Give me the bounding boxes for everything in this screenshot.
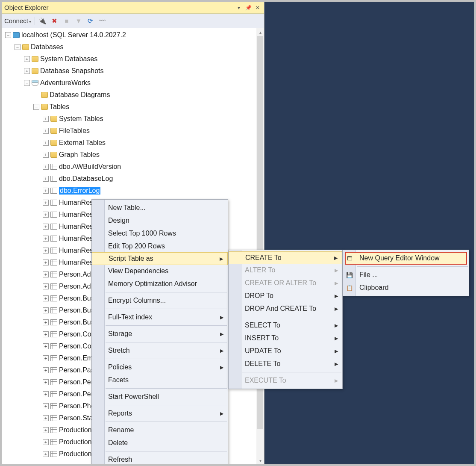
- activity-icon[interactable]: 〰: [98, 17, 107, 25]
- chevron-right-icon: ▶: [220, 256, 223, 262]
- tree-node-systables[interactable]: +System Tables: [2, 113, 264, 125]
- tree-node-label: HumanRes: [59, 247, 93, 254]
- table-icon: [50, 391, 57, 397]
- menu-item-label: Reports: [108, 410, 132, 417]
- context-menu-table: New Table...DesignSelect Top 1000 RowsEd…: [91, 199, 228, 466]
- menu-item-label: Policies: [108, 363, 132, 371]
- menu-item-delete[interactable]: Delete: [92, 437, 228, 449]
- scroll-up-icon[interactable]: ▴: [256, 28, 264, 36]
- menu-item-fulltext[interactable]: Full-Text index▶: [92, 311, 228, 324]
- menu-item-viewdep[interactable]: View Dependencies: [92, 265, 228, 277]
- table-icon: [50, 248, 57, 254]
- tree-node-table[interactable]: +dbo.AWBuildVersion: [2, 161, 264, 173]
- tree-node-sysdb[interactable]: +System Databases: [2, 53, 264, 65]
- menu-item-refresh[interactable]: Refresh: [92, 453, 228, 466]
- menu-item-newtable[interactable]: New Table...: [92, 201, 228, 214]
- menu-item-memopt[interactable]: Memory Optimization Advisor: [92, 277, 228, 290]
- menu-item-dropcreate[interactable]: DROP And CREATE To▶: [229, 302, 342, 315]
- menu-item-label: Stretch: [108, 347, 130, 354]
- table-icon: [50, 343, 57, 349]
- chevron-right-icon: ▶: [335, 268, 338, 273]
- menu-item-label: SELECT To: [245, 321, 280, 329]
- table-icon: [50, 224, 57, 230]
- tree-node-filetables[interactable]: +FileTables: [2, 125, 264, 137]
- table-icon: [50, 307, 57, 313]
- menu-item-select[interactable]: SELECT To▶: [229, 319, 342, 332]
- close-icon[interactable]: ✕: [254, 4, 262, 12]
- menu-item-drop[interactable]: DROP To▶: [229, 289, 342, 302]
- database-icon: [32, 80, 38, 86]
- menu-item-script[interactable]: Script Table as▶: [92, 252, 228, 265]
- menu-item-design[interactable]: Design: [92, 214, 228, 227]
- stop-icon[interactable]: ■: [62, 17, 71, 25]
- scroll-down-icon[interactable]: ▾: [256, 457, 264, 464]
- chevron-right-icon: ▶: [220, 331, 223, 337]
- table-icon: [50, 451, 57, 457]
- menu-item-facets[interactable]: Facets: [92, 374, 228, 386]
- menu-item-label: New Query Editor Window: [359, 254, 440, 262]
- tree-node-snapshots[interactable]: +Database Snapshots: [2, 65, 264, 77]
- menu-item-label: Select Top 1000 Rows: [108, 230, 176, 237]
- table-icon: [50, 260, 57, 265]
- tree-node-table[interactable]: +dbo.DatabaseLog: [2, 173, 264, 185]
- menu-item-create[interactable]: CREATE To▶: [229, 251, 342, 264]
- dropdown-icon[interactable]: ▾: [235, 4, 243, 12]
- menu-item-stretch[interactable]: Stretch▶: [92, 344, 228, 357]
- tree-node-tables[interactable]: −Tables: [2, 101, 264, 113]
- tree-node-diagrams[interactable]: Database Diagrams: [2, 89, 264, 101]
- tree-node-adventureworks[interactable]: −AdventureWorks: [2, 77, 264, 89]
- table-icon: [50, 379, 57, 385]
- tree-node-table[interactable]: +dbo.ErrorLog: [2, 185, 264, 197]
- disconnect-icon[interactable]: ✖: [50, 17, 59, 25]
- menu-item-label: Encrypt Columns...: [108, 297, 166, 304]
- menu-item-label: CREATE OR ALTER To: [245, 279, 316, 287]
- chevron-right-icon: ▶: [220, 411, 223, 416]
- menu-item-storage[interactable]: Storage▶: [92, 327, 228, 340]
- toolbar: Connect 🔌 ✖ ■ ▼ ⟳ 〰: [2, 14, 264, 28]
- filter-icon[interactable]: ▼: [74, 17, 83, 25]
- pin-icon[interactable]: 📌: [244, 4, 252, 12]
- tree-node-label: Person.Bus: [59, 295, 94, 302]
- menu-item-label: Delete: [108, 439, 128, 447]
- vertical-scrollbar[interactable]: ▴ ▾: [256, 28, 264, 464]
- menu-item-label: DELETE To: [245, 360, 280, 368]
- menu-item-clipboard[interactable]: 📋Clipboard: [343, 281, 469, 294]
- folder-icon: [41, 104, 48, 110]
- folder-icon: [32, 56, 38, 62]
- menu-item-label: View Dependencies: [108, 267, 168, 275]
- plug-icon[interactable]: 🔌: [38, 17, 47, 25]
- menu-item-reports[interactable]: Reports▶: [92, 407, 228, 420]
- table-icon: [50, 271, 57, 277]
- tree-node-label: HumanRes: [59, 259, 93, 266]
- menu-item-newquery[interactable]: 🗔New Query Editor Window: [343, 252, 469, 265]
- menu-item-deleteto[interactable]: DELETE To▶: [229, 357, 342, 370]
- tree-node-graphtables[interactable]: +Graph Tables: [2, 149, 264, 161]
- tree-node-label: dbo.AWBuildVersion: [59, 163, 121, 171]
- table-icon: [50, 415, 57, 421]
- menu-item-label: DROP To: [245, 292, 273, 300]
- menu-item-file[interactable]: 💾File ...: [343, 268, 469, 281]
- chevron-right-icon: ▶: [335, 293, 338, 299]
- menu-item-selecttop[interactable]: Select Top 1000 Rows: [92, 227, 228, 240]
- menu-item-update[interactable]: UPDATE To▶: [229, 345, 342, 357]
- menu-item-powershell[interactable]: Start PowerShell: [92, 390, 228, 403]
- connect-button[interactable]: Connect: [4, 17, 31, 24]
- menu-item-edittop[interactable]: Edit Top 200 Rows: [92, 240, 228, 253]
- tree-node-label: Production: [59, 426, 92, 434]
- menu-item-policies[interactable]: Policies▶: [92, 361, 228, 374]
- tree-node-label: Production: [59, 450, 92, 458]
- menu-item-createalter: CREATE OR ALTER To▶: [229, 277, 342, 289]
- tree-node-server[interactable]: −localhost (SQL Server 14.0.2027.2: [2, 29, 264, 41]
- menu-item-label: Edit Top 200 Rows: [108, 242, 165, 250]
- table-icon: [50, 367, 57, 373]
- tree-node-label: HumanRes: [59, 199, 93, 206]
- table-icon: [50, 331, 57, 337]
- menu-item-label: New Table...: [108, 204, 146, 212]
- tree-node-exttables[interactable]: +External Tables: [2, 137, 264, 149]
- refresh-icon[interactable]: ⟳: [86, 17, 95, 25]
- menu-item-label: Facets: [108, 376, 129, 384]
- tree-node-databases[interactable]: −Databases: [2, 41, 264, 53]
- menu-item-encrypt[interactable]: Encrypt Columns...: [92, 294, 228, 307]
- menu-item-insert[interactable]: INSERT To▶: [229, 332, 342, 345]
- menu-item-rename[interactable]: Rename: [92, 424, 228, 437]
